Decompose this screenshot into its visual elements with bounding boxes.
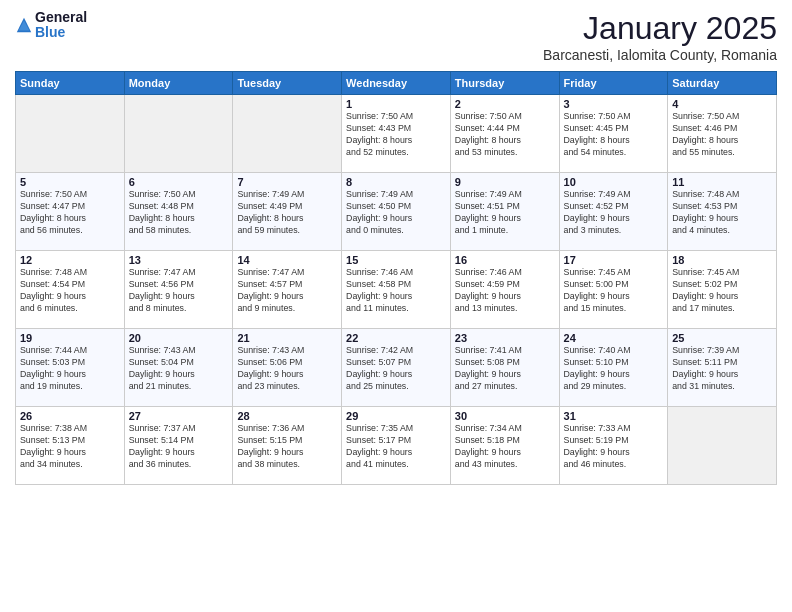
- calendar-week-row: 12Sunrise: 7:48 AM Sunset: 4:54 PM Dayli…: [16, 251, 777, 329]
- day-number: 19: [20, 332, 120, 344]
- calendar-cell: 5Sunrise: 7:50 AM Sunset: 4:47 PM Daylig…: [16, 173, 125, 251]
- header-day: Saturday: [668, 72, 777, 95]
- day-number: 14: [237, 254, 337, 266]
- logo-general: General: [35, 10, 87, 25]
- calendar-cell: 15Sunrise: 7:46 AM Sunset: 4:58 PM Dayli…: [342, 251, 451, 329]
- day-number: 16: [455, 254, 555, 266]
- day-number: 22: [346, 332, 446, 344]
- calendar-cell: 14Sunrise: 7:47 AM Sunset: 4:57 PM Dayli…: [233, 251, 342, 329]
- day-info: Sunrise: 7:50 AM Sunset: 4:46 PM Dayligh…: [672, 111, 772, 159]
- day-number: 5: [20, 176, 120, 188]
- day-info: Sunrise: 7:49 AM Sunset: 4:50 PM Dayligh…: [346, 189, 446, 237]
- day-number: 10: [564, 176, 664, 188]
- day-info: Sunrise: 7:50 AM Sunset: 4:48 PM Dayligh…: [129, 189, 229, 237]
- calendar-week-row: 5Sunrise: 7:50 AM Sunset: 4:47 PM Daylig…: [16, 173, 777, 251]
- day-info: Sunrise: 7:50 AM Sunset: 4:45 PM Dayligh…: [564, 111, 664, 159]
- day-info: Sunrise: 7:37 AM Sunset: 5:14 PM Dayligh…: [129, 423, 229, 471]
- day-number: 11: [672, 176, 772, 188]
- day-number: 4: [672, 98, 772, 110]
- day-info: Sunrise: 7:49 AM Sunset: 4:51 PM Dayligh…: [455, 189, 555, 237]
- header-day: Sunday: [16, 72, 125, 95]
- day-info: Sunrise: 7:47 AM Sunset: 4:57 PM Dayligh…: [237, 267, 337, 315]
- calendar-title: January 2025: [543, 10, 777, 47]
- day-number: 23: [455, 332, 555, 344]
- calendar-cell: 16Sunrise: 7:46 AM Sunset: 4:59 PM Dayli…: [450, 251, 559, 329]
- calendar-cell: 2Sunrise: 7:50 AM Sunset: 4:44 PM Daylig…: [450, 95, 559, 173]
- header-row: SundayMondayTuesdayWednesdayThursdayFrid…: [16, 72, 777, 95]
- day-info: Sunrise: 7:44 AM Sunset: 5:03 PM Dayligh…: [20, 345, 120, 393]
- day-number: 20: [129, 332, 229, 344]
- calendar-week-row: 26Sunrise: 7:38 AM Sunset: 5:13 PM Dayli…: [16, 407, 777, 485]
- header-day: Friday: [559, 72, 668, 95]
- calendar-body: 1Sunrise: 7:50 AM Sunset: 4:43 PM Daylig…: [16, 95, 777, 485]
- calendar-cell: 18Sunrise: 7:45 AM Sunset: 5:02 PM Dayli…: [668, 251, 777, 329]
- day-number: 21: [237, 332, 337, 344]
- logo: General Blue: [15, 10, 87, 41]
- day-number: 26: [20, 410, 120, 422]
- day-number: 3: [564, 98, 664, 110]
- calendar-cell: [124, 95, 233, 173]
- day-number: 13: [129, 254, 229, 266]
- calendar-cell: 8Sunrise: 7:49 AM Sunset: 4:50 PM Daylig…: [342, 173, 451, 251]
- day-info: Sunrise: 7:34 AM Sunset: 5:18 PM Dayligh…: [455, 423, 555, 471]
- day-info: Sunrise: 7:45 AM Sunset: 5:02 PM Dayligh…: [672, 267, 772, 315]
- calendar-cell: 3Sunrise: 7:50 AM Sunset: 4:45 PM Daylig…: [559, 95, 668, 173]
- day-number: 15: [346, 254, 446, 266]
- day-number: 31: [564, 410, 664, 422]
- day-info: Sunrise: 7:40 AM Sunset: 5:10 PM Dayligh…: [564, 345, 664, 393]
- header-day: Tuesday: [233, 72, 342, 95]
- day-info: Sunrise: 7:46 AM Sunset: 4:58 PM Dayligh…: [346, 267, 446, 315]
- calendar-cell: 17Sunrise: 7:45 AM Sunset: 5:00 PM Dayli…: [559, 251, 668, 329]
- day-info: Sunrise: 7:49 AM Sunset: 4:52 PM Dayligh…: [564, 189, 664, 237]
- day-number: 17: [564, 254, 664, 266]
- logo-icon: [15, 16, 33, 34]
- header: General Blue January 2025 Barcanesti, Ia…: [15, 10, 777, 63]
- calendar-cell: [233, 95, 342, 173]
- day-info: Sunrise: 7:48 AM Sunset: 4:54 PM Dayligh…: [20, 267, 120, 315]
- calendar-cell: 20Sunrise: 7:43 AM Sunset: 5:04 PM Dayli…: [124, 329, 233, 407]
- calendar-cell: 27Sunrise: 7:37 AM Sunset: 5:14 PM Dayli…: [124, 407, 233, 485]
- day-number: 30: [455, 410, 555, 422]
- day-number: 27: [129, 410, 229, 422]
- day-number: 7: [237, 176, 337, 188]
- title-section: January 2025 Barcanesti, Ialomita County…: [543, 10, 777, 63]
- calendar-cell: 19Sunrise: 7:44 AM Sunset: 5:03 PM Dayli…: [16, 329, 125, 407]
- day-info: Sunrise: 7:43 AM Sunset: 5:06 PM Dayligh…: [237, 345, 337, 393]
- day-info: Sunrise: 7:46 AM Sunset: 4:59 PM Dayligh…: [455, 267, 555, 315]
- day-number: 28: [237, 410, 337, 422]
- calendar-week-row: 19Sunrise: 7:44 AM Sunset: 5:03 PM Dayli…: [16, 329, 777, 407]
- day-number: 6: [129, 176, 229, 188]
- day-info: Sunrise: 7:39 AM Sunset: 5:11 PM Dayligh…: [672, 345, 772, 393]
- calendar-cell: 12Sunrise: 7:48 AM Sunset: 4:54 PM Dayli…: [16, 251, 125, 329]
- header-day: Monday: [124, 72, 233, 95]
- calendar-cell: 31Sunrise: 7:33 AM Sunset: 5:19 PM Dayli…: [559, 407, 668, 485]
- calendar-cell: 13Sunrise: 7:47 AM Sunset: 4:56 PM Dayli…: [124, 251, 233, 329]
- calendar-cell: [668, 407, 777, 485]
- calendar-cell: 28Sunrise: 7:36 AM Sunset: 5:15 PM Dayli…: [233, 407, 342, 485]
- day-number: 18: [672, 254, 772, 266]
- day-number: 8: [346, 176, 446, 188]
- day-info: Sunrise: 7:36 AM Sunset: 5:15 PM Dayligh…: [237, 423, 337, 471]
- day-number: 29: [346, 410, 446, 422]
- day-number: 24: [564, 332, 664, 344]
- calendar-cell: 4Sunrise: 7:50 AM Sunset: 4:46 PM Daylig…: [668, 95, 777, 173]
- calendar-subtitle: Barcanesti, Ialomita County, Romania: [543, 47, 777, 63]
- calendar-cell: 1Sunrise: 7:50 AM Sunset: 4:43 PM Daylig…: [342, 95, 451, 173]
- logo-blue: Blue: [35, 25, 87, 40]
- day-number: 9: [455, 176, 555, 188]
- day-info: Sunrise: 7:33 AM Sunset: 5:19 PM Dayligh…: [564, 423, 664, 471]
- calendar-cell: 30Sunrise: 7:34 AM Sunset: 5:18 PM Dayli…: [450, 407, 559, 485]
- day-number: 25: [672, 332, 772, 344]
- calendar-cell: 11Sunrise: 7:48 AM Sunset: 4:53 PM Dayli…: [668, 173, 777, 251]
- calendar-cell: 6Sunrise: 7:50 AM Sunset: 4:48 PM Daylig…: [124, 173, 233, 251]
- header-day: Wednesday: [342, 72, 451, 95]
- calendar-cell: 25Sunrise: 7:39 AM Sunset: 5:11 PM Dayli…: [668, 329, 777, 407]
- page-container: General Blue January 2025 Barcanesti, Ia…: [0, 0, 792, 495]
- calendar-header: SundayMondayTuesdayWednesdayThursdayFrid…: [16, 72, 777, 95]
- day-info: Sunrise: 7:42 AM Sunset: 5:07 PM Dayligh…: [346, 345, 446, 393]
- calendar-table: SundayMondayTuesdayWednesdayThursdayFrid…: [15, 71, 777, 485]
- calendar-cell: [16, 95, 125, 173]
- day-info: Sunrise: 7:38 AM Sunset: 5:13 PM Dayligh…: [20, 423, 120, 471]
- header-day: Thursday: [450, 72, 559, 95]
- day-info: Sunrise: 7:50 AM Sunset: 4:44 PM Dayligh…: [455, 111, 555, 159]
